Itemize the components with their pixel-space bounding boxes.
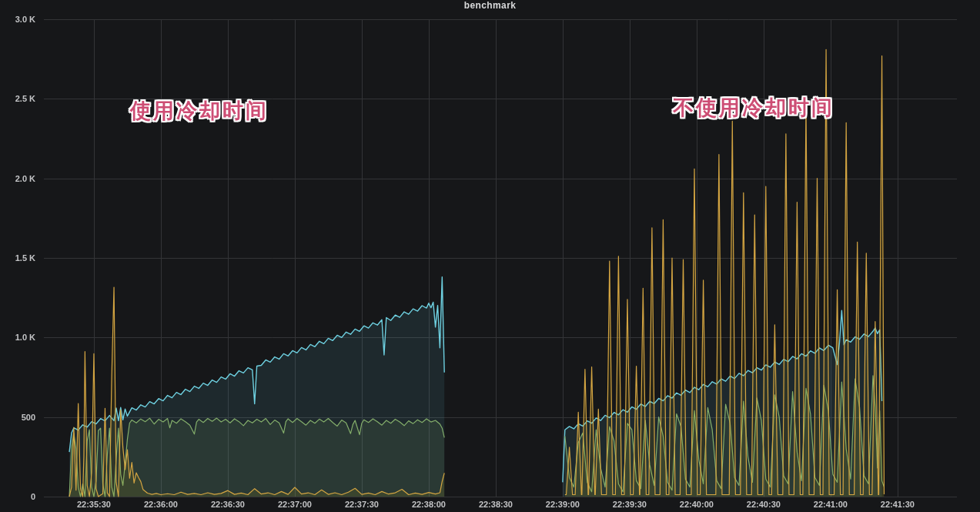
x-tick-label: 22:41:00 [814,500,848,509]
x-tick-label: 22:35:30 [77,500,111,509]
y-tick-label: 3.0 K [0,15,35,24]
x-tick-label: 22:36:30 [211,500,245,509]
x-tick-label: 22:41:30 [881,500,915,509]
x-tick-label: 22:38:00 [412,500,446,509]
x-tick-label: 22:37:00 [278,500,312,509]
panel-title[interactable]: benchmark [0,0,980,12]
x-tick-label: 22:39:30 [613,500,647,509]
x-tick-label: 22:40:00 [680,500,714,509]
annotation-without-cooldown: 不使用冷却时间 [673,94,835,122]
x-tick-label: 22:39:00 [546,500,580,509]
x-tick-label: 22:37:30 [345,500,379,509]
y-tick-label: 0 [0,492,35,501]
y-tick-label: 500 [0,413,35,422]
y-tick-label: 1.0 K [0,333,35,342]
annotation-with-cooldown: 使用冷却时间 [130,97,269,125]
chart-plot-area[interactable] [0,0,980,512]
x-tick-label: 22:40:30 [747,500,781,509]
y-tick-label: 2.5 K [0,94,35,103]
benchmark-panel: benchmark 05001.0 K1.5 K2.0 K2.5 K3.0 K … [0,0,980,512]
x-tick-label: 22:36:00 [144,500,178,509]
y-tick-label: 2.0 K [0,174,35,183]
y-tick-label: 1.5 K [0,253,35,263]
x-tick-label: 22:38:30 [479,500,513,509]
